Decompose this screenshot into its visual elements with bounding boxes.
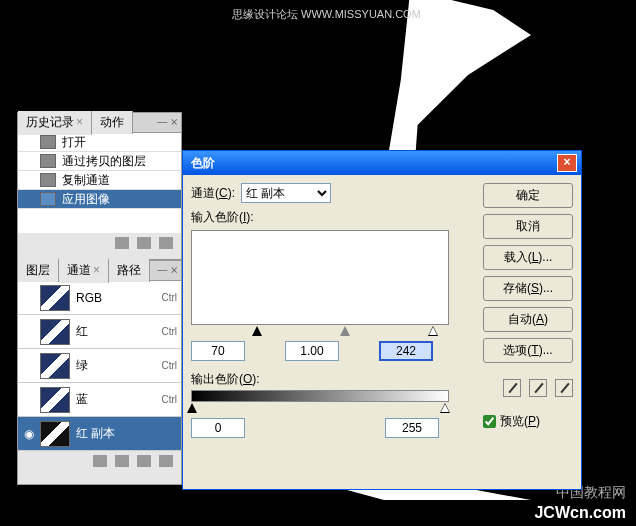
tab-channels-label: 通道 (67, 263, 91, 277)
trash-icon[interactable] (159, 237, 173, 249)
history-item-label: 应用图像 (62, 191, 110, 208)
levels-dialog: 色阶 × 通道(C): 红 副本 输入色阶(I): 输出色阶(O): (182, 150, 582, 490)
input-black-field[interactable] (191, 341, 245, 361)
channel-thumb-icon (40, 387, 70, 413)
history-item-label: 打开 (62, 134, 86, 151)
options-button[interactable]: 选项(T)... (483, 338, 573, 363)
channel-label: 红 副本 (76, 425, 115, 442)
channel-thumb-icon (40, 353, 70, 379)
channel-rgb[interactable]: RGBCtrl (18, 281, 181, 315)
channels-panel: — ⨯ 图层 通道× 路径 RGBCtrl 红Ctrl 绿Ctrl 蓝Ctrl … (17, 260, 182, 485)
dialog-title: 色阶 (187, 155, 557, 172)
channel-label: 红 (76, 323, 88, 340)
history-step-icon (40, 173, 56, 187)
save-selection-icon[interactable] (115, 455, 129, 467)
channel-select[interactable]: 红 副本 (241, 183, 331, 203)
dialog-right-column: 确定 取消 载入(L)... 存储(S)... 自动(A) 选项(T)... 预… (483, 183, 573, 430)
channel-label: 蓝 (76, 391, 88, 408)
trash-icon[interactable] (159, 455, 173, 467)
history-footer (18, 233, 181, 253)
channel-blue[interactable]: 蓝Ctrl (18, 383, 181, 417)
history-item-label: 通过拷贝的图层 (62, 153, 146, 170)
preview-label: 预览(P) (500, 413, 540, 430)
channel-shortcut: Ctrl (161, 292, 177, 303)
channel-red[interactable]: 红Ctrl (18, 315, 181, 349)
output-white-slider[interactable] (440, 403, 450, 413)
ok-button[interactable]: 确定 (483, 183, 573, 208)
preview-checkbox[interactable]: 预览(P) (483, 413, 573, 430)
channel-red-copy[interactable]: ◉红 副本 (18, 417, 181, 451)
history-item-apply-image[interactable]: 应用图像 (18, 190, 181, 209)
channel-shortcut: Ctrl (161, 360, 177, 371)
history-item-dup-channel[interactable]: 复制通道 (18, 171, 181, 190)
output-white-field[interactable] (385, 418, 439, 438)
history-item-label: 复制通道 (62, 172, 110, 189)
tab-paths[interactable]: 路径 (109, 259, 150, 282)
dialog-close-button[interactable]: × (557, 154, 577, 172)
preview-checkbox-input[interactable] (483, 415, 496, 428)
history-panel: — ⨯ 历史记录× 动作 打开 通过拷贝的图层 复制通道 应用图像 (17, 112, 182, 260)
channel-thumb-icon (40, 319, 70, 345)
channel-green[interactable]: 绿Ctrl (18, 349, 181, 383)
dialog-titlebar[interactable]: 色阶 × (183, 151, 581, 175)
history-step-icon (40, 192, 56, 206)
output-black-slider[interactable] (187, 403, 197, 413)
close-icon[interactable]: × (93, 263, 100, 277)
input-white-field[interactable] (379, 341, 433, 361)
output-black-field[interactable] (191, 418, 245, 438)
new-channel-icon[interactable] (137, 455, 151, 467)
histogram[interactable] (191, 230, 449, 325)
white-eyedropper-icon[interactable] (555, 379, 573, 397)
tab-channels[interactable]: 通道× (59, 259, 109, 283)
channel-label: RGB (76, 291, 102, 305)
tab-history-label: 历史记录 (26, 115, 74, 129)
gamma-slider[interactable] (340, 326, 350, 336)
input-gamma-field[interactable] (285, 341, 339, 361)
save-button[interactable]: 存储(S)... (483, 276, 573, 301)
channel-thumb-icon (40, 421, 70, 447)
eyedroppers (483, 379, 573, 397)
history-item-copy-layer[interactable]: 通过拷贝的图层 (18, 152, 181, 171)
panel-controls-channels[interactable]: — ⨯ (154, 264, 178, 275)
history-step-icon (40, 154, 56, 168)
black-eyedropper-icon[interactable] (503, 379, 521, 397)
dialog-body: 通道(C): 红 副本 输入色阶(I): 输出色阶(O): (183, 175, 581, 491)
black-slider[interactable] (252, 326, 262, 336)
channels-list: RGBCtrl 红Ctrl 绿Ctrl 蓝Ctrl ◉红 副本 (18, 281, 181, 451)
close-icon[interactable]: × (76, 115, 83, 129)
white-slider[interactable] (428, 326, 438, 336)
tab-layers[interactable]: 图层 (18, 259, 59, 282)
channel-row: 通道(C): 红 副本 (191, 183, 461, 203)
channels-footer (18, 451, 181, 471)
watermark-top: 思缘设计论坛 WWW.MISSYUAN.COM (232, 7, 421, 22)
channel-thumb-icon (40, 285, 70, 311)
output-levels-label: 输出色阶(O): (191, 371, 461, 388)
tab-actions[interactable]: 动作 (92, 111, 133, 134)
history-item-open[interactable]: 打开 (18, 133, 181, 152)
channel-label-text: 通道(C): (191, 185, 235, 202)
history-list: 打开 通过拷贝的图层 复制通道 应用图像 (18, 133, 181, 233)
input-values-row (191, 341, 461, 361)
visibility-icon[interactable]: ◉ (22, 427, 36, 441)
output-values-row (191, 418, 461, 438)
channel-label: 绿 (76, 357, 88, 374)
output-gradient[interactable] (191, 390, 449, 402)
gray-eyedropper-icon[interactable] (529, 379, 547, 397)
watermark-bottom: JCWcn.com (534, 504, 626, 522)
auto-button[interactable]: 自动(A) (483, 307, 573, 332)
load-button[interactable]: 载入(L)... (483, 245, 573, 270)
dialog-left-column: 通道(C): 红 副本 输入色阶(I): 输出色阶(O): (191, 183, 461, 438)
history-step-icon (40, 135, 56, 149)
new-state-icon[interactable] (137, 237, 151, 249)
input-levels-label: 输入色阶(I): (191, 209, 461, 226)
snapshot-icon[interactable] (115, 237, 129, 249)
cancel-button[interactable]: 取消 (483, 214, 573, 239)
panel-controls-history[interactable]: — ⨯ (154, 116, 178, 127)
channel-shortcut: Ctrl (161, 326, 177, 337)
channel-shortcut: Ctrl (161, 394, 177, 405)
tab-history[interactable]: 历史记录× (18, 111, 92, 135)
load-selection-icon[interactable] (93, 455, 107, 467)
